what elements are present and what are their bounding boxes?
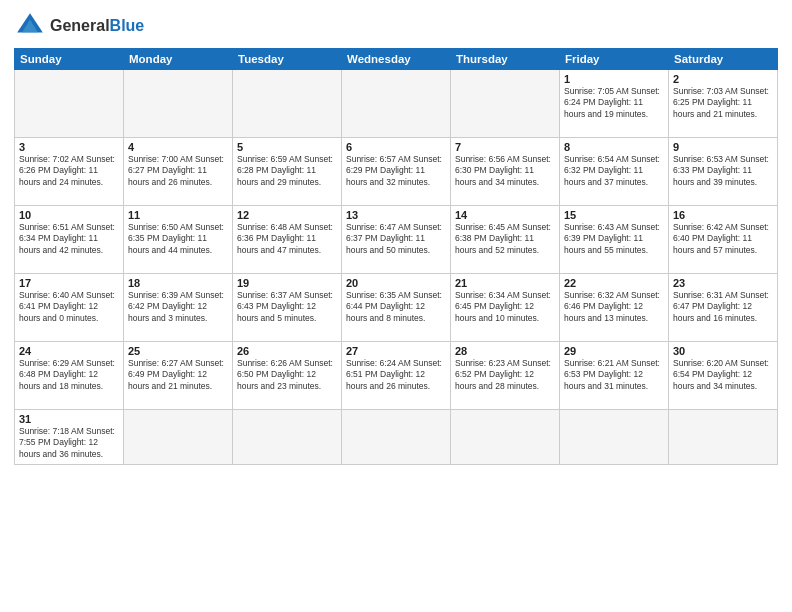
calendar-cell (669, 410, 778, 465)
day-number: 5 (237, 141, 337, 153)
day-number: 10 (19, 209, 119, 221)
day-number: 26 (237, 345, 337, 357)
day-number: 14 (455, 209, 555, 221)
calendar-cell: 13Sunrise: 6:47 AM Sunset: 6:37 PM Dayli… (342, 206, 451, 274)
week-row-1: 1Sunrise: 7:05 AM Sunset: 6:24 PM Daylig… (15, 70, 778, 138)
day-info: Sunrise: 6:45 AM Sunset: 6:38 PM Dayligh… (455, 222, 555, 256)
calendar-cell: 25Sunrise: 6:27 AM Sunset: 6:49 PM Dayli… (124, 342, 233, 410)
day-info: Sunrise: 6:50 AM Sunset: 6:35 PM Dayligh… (128, 222, 228, 256)
calendar-cell (560, 410, 669, 465)
calendar-cell: 9Sunrise: 6:53 AM Sunset: 6:33 PM Daylig… (669, 138, 778, 206)
day-info: Sunrise: 6:43 AM Sunset: 6:39 PM Dayligh… (564, 222, 664, 256)
logo-text: GeneralBlue (50, 17, 144, 35)
weekday-header-saturday: Saturday (669, 49, 778, 70)
calendar-cell: 31Sunrise: 7:18 AM Sunset: 7:55 PM Dayli… (15, 410, 124, 465)
calendar-cell: 21Sunrise: 6:34 AM Sunset: 6:45 PM Dayli… (451, 274, 560, 342)
day-number: 13 (346, 209, 446, 221)
day-info: Sunrise: 6:34 AM Sunset: 6:45 PM Dayligh… (455, 290, 555, 324)
day-number: 17 (19, 277, 119, 289)
weekday-header-thursday: Thursday (451, 49, 560, 70)
day-info: Sunrise: 6:42 AM Sunset: 6:40 PM Dayligh… (673, 222, 773, 256)
day-info: Sunrise: 7:05 AM Sunset: 6:24 PM Dayligh… (564, 86, 664, 120)
calendar-cell: 8Sunrise: 6:54 AM Sunset: 6:32 PM Daylig… (560, 138, 669, 206)
day-info: Sunrise: 7:18 AM Sunset: 7:55 PM Dayligh… (19, 426, 119, 460)
calendar-cell: 22Sunrise: 6:32 AM Sunset: 6:46 PM Dayli… (560, 274, 669, 342)
calendar-cell: 19Sunrise: 6:37 AM Sunset: 6:43 PM Dayli… (233, 274, 342, 342)
calendar-cell: 4Sunrise: 7:00 AM Sunset: 6:27 PM Daylig… (124, 138, 233, 206)
calendar-cell: 28Sunrise: 6:23 AM Sunset: 6:52 PM Dayli… (451, 342, 560, 410)
calendar-cell (233, 410, 342, 465)
page: GeneralBlue SundayMondayTuesdayWednesday… (0, 0, 792, 612)
calendar-cell: 18Sunrise: 6:39 AM Sunset: 6:42 PM Dayli… (124, 274, 233, 342)
calendar-cell (15, 70, 124, 138)
day-info: Sunrise: 6:40 AM Sunset: 6:41 PM Dayligh… (19, 290, 119, 324)
week-row-3: 10Sunrise: 6:51 AM Sunset: 6:34 PM Dayli… (15, 206, 778, 274)
weekday-header-friday: Friday (560, 49, 669, 70)
calendar-cell (451, 70, 560, 138)
calendar-cell: 26Sunrise: 6:26 AM Sunset: 6:50 PM Dayli… (233, 342, 342, 410)
day-info: Sunrise: 6:39 AM Sunset: 6:42 PM Dayligh… (128, 290, 228, 324)
weekday-header-tuesday: Tuesday (233, 49, 342, 70)
logo: GeneralBlue (14, 10, 144, 42)
calendar-cell: 30Sunrise: 6:20 AM Sunset: 6:54 PM Dayli… (669, 342, 778, 410)
day-number: 15 (564, 209, 664, 221)
calendar-cell (342, 70, 451, 138)
calendar-table: SundayMondayTuesdayWednesdayThursdayFrid… (14, 48, 778, 465)
weekday-header-sunday: Sunday (15, 49, 124, 70)
day-info: Sunrise: 7:03 AM Sunset: 6:25 PM Dayligh… (673, 86, 773, 120)
day-number: 7 (455, 141, 555, 153)
day-info: Sunrise: 6:53 AM Sunset: 6:33 PM Dayligh… (673, 154, 773, 188)
day-number: 4 (128, 141, 228, 153)
day-info: Sunrise: 6:48 AM Sunset: 6:36 PM Dayligh… (237, 222, 337, 256)
week-row-5: 24Sunrise: 6:29 AM Sunset: 6:48 PM Dayli… (15, 342, 778, 410)
logo-icon (14, 10, 46, 42)
day-info: Sunrise: 6:37 AM Sunset: 6:43 PM Dayligh… (237, 290, 337, 324)
calendar-cell: 24Sunrise: 6:29 AM Sunset: 6:48 PM Dayli… (15, 342, 124, 410)
weekday-header-wednesday: Wednesday (342, 49, 451, 70)
week-row-4: 17Sunrise: 6:40 AM Sunset: 6:41 PM Dayli… (15, 274, 778, 342)
day-info: Sunrise: 6:35 AM Sunset: 6:44 PM Dayligh… (346, 290, 446, 324)
day-number: 27 (346, 345, 446, 357)
day-number: 16 (673, 209, 773, 221)
day-number: 6 (346, 141, 446, 153)
day-info: Sunrise: 6:20 AM Sunset: 6:54 PM Dayligh… (673, 358, 773, 392)
calendar-cell: 16Sunrise: 6:42 AM Sunset: 6:40 PM Dayli… (669, 206, 778, 274)
day-number: 3 (19, 141, 119, 153)
day-number: 28 (455, 345, 555, 357)
day-info: Sunrise: 6:59 AM Sunset: 6:28 PM Dayligh… (237, 154, 337, 188)
calendar-cell: 15Sunrise: 6:43 AM Sunset: 6:39 PM Dayli… (560, 206, 669, 274)
calendar-cell: 29Sunrise: 6:21 AM Sunset: 6:53 PM Dayli… (560, 342, 669, 410)
day-number: 23 (673, 277, 773, 289)
calendar-cell: 14Sunrise: 6:45 AM Sunset: 6:38 PM Dayli… (451, 206, 560, 274)
calendar-cell (451, 410, 560, 465)
calendar-cell (124, 70, 233, 138)
day-number: 8 (564, 141, 664, 153)
calendar-cell: 23Sunrise: 6:31 AM Sunset: 6:47 PM Dayli… (669, 274, 778, 342)
day-number: 31 (19, 413, 119, 425)
calendar-cell: 7Sunrise: 6:56 AM Sunset: 6:30 PM Daylig… (451, 138, 560, 206)
day-number: 11 (128, 209, 228, 221)
week-row-2: 3Sunrise: 7:02 AM Sunset: 6:26 PM Daylig… (15, 138, 778, 206)
header: GeneralBlue (14, 10, 778, 42)
calendar-cell: 12Sunrise: 6:48 AM Sunset: 6:36 PM Dayli… (233, 206, 342, 274)
calendar-cell: 5Sunrise: 6:59 AM Sunset: 6:28 PM Daylig… (233, 138, 342, 206)
day-info: Sunrise: 6:23 AM Sunset: 6:52 PM Dayligh… (455, 358, 555, 392)
day-number: 22 (564, 277, 664, 289)
day-number: 19 (237, 277, 337, 289)
day-number: 20 (346, 277, 446, 289)
calendar-cell: 6Sunrise: 6:57 AM Sunset: 6:29 PM Daylig… (342, 138, 451, 206)
calendar-cell (233, 70, 342, 138)
calendar-cell: 17Sunrise: 6:40 AM Sunset: 6:41 PM Dayli… (15, 274, 124, 342)
day-info: Sunrise: 6:26 AM Sunset: 6:50 PM Dayligh… (237, 358, 337, 392)
calendar-cell: 2Sunrise: 7:03 AM Sunset: 6:25 PM Daylig… (669, 70, 778, 138)
day-number: 29 (564, 345, 664, 357)
calendar-cell: 1Sunrise: 7:05 AM Sunset: 6:24 PM Daylig… (560, 70, 669, 138)
week-row-6: 31Sunrise: 7:18 AM Sunset: 7:55 PM Dayli… (15, 410, 778, 465)
weekday-header-monday: Monday (124, 49, 233, 70)
day-info: Sunrise: 6:47 AM Sunset: 6:37 PM Dayligh… (346, 222, 446, 256)
day-info: Sunrise: 6:51 AM Sunset: 6:34 PM Dayligh… (19, 222, 119, 256)
day-info: Sunrise: 6:54 AM Sunset: 6:32 PM Dayligh… (564, 154, 664, 188)
calendar-cell (124, 410, 233, 465)
day-number: 1 (564, 73, 664, 85)
calendar-cell (342, 410, 451, 465)
